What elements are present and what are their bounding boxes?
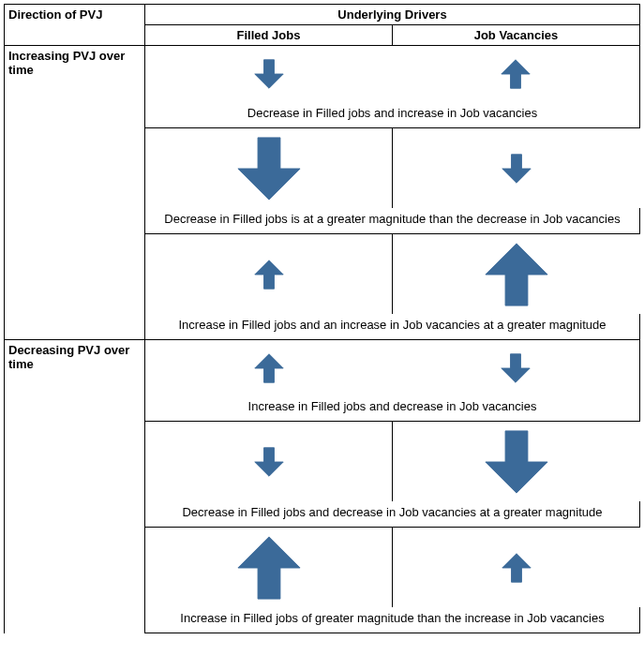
direction-decreasing: Decreasing PVJ over time bbox=[5, 339, 145, 633]
arrow-up-icon bbox=[236, 535, 302, 601]
arrow-down-icon bbox=[500, 352, 532, 384]
filled-arrow-cell bbox=[145, 46, 393, 102]
filled-arrow-cell bbox=[145, 528, 393, 608]
header-underlying: Underlying Drivers bbox=[145, 5, 640, 25]
arrow-up-icon bbox=[500, 58, 532, 90]
arrow-up-icon bbox=[484, 242, 549, 307]
header-vacancies: Job Vacancies bbox=[393, 25, 640, 46]
scenario-caption: Increase in Filled jobs and decrease in … bbox=[145, 395, 640, 422]
filled-arrow-cell bbox=[145, 422, 393, 502]
scenario-caption: Increase in Filled jobs and an increase … bbox=[145, 314, 640, 340]
filled-arrow-cell bbox=[145, 233, 393, 314]
scenario-caption: Decrease in Filled jobs and increase in … bbox=[145, 102, 640, 128]
scenario-caption: Decrease in Filled jobs is at a greater … bbox=[145, 208, 640, 234]
pvj-drivers-table: Direction of PVJ Underlying Drivers Fill… bbox=[4, 4, 640, 633]
arrow-down-icon bbox=[484, 429, 549, 495]
filled-arrow-cell bbox=[145, 127, 393, 208]
vacancies-arrow-cell bbox=[393, 339, 640, 395]
scenario-caption: Decrease in Filled jobs and decrease in … bbox=[145, 501, 640, 528]
arrow-down-icon bbox=[253, 58, 285, 90]
arrow-up-icon bbox=[253, 352, 285, 384]
vacancies-arrow-cell bbox=[393, 46, 640, 102]
header-direction: Direction of PVJ bbox=[5, 5, 145, 46]
arrow-down-icon bbox=[253, 446, 285, 478]
arrow-down-icon bbox=[501, 153, 532, 185]
vacancies-arrow-cell bbox=[393, 528, 640, 608]
direction-increasing: Increasing PVJ over time bbox=[5, 46, 145, 340]
scenario-caption: Increase in Filled jobs of greater magni… bbox=[145, 607, 640, 633]
arrow-down-icon bbox=[236, 136, 302, 201]
filled-arrow-cell bbox=[145, 339, 393, 395]
vacancies-arrow-cell bbox=[393, 127, 640, 208]
arrow-up-icon bbox=[253, 259, 285, 290]
vacancies-arrow-cell bbox=[393, 422, 640, 502]
header-filled: Filled Jobs bbox=[145, 25, 393, 46]
arrow-up-icon bbox=[501, 552, 532, 584]
vacancies-arrow-cell bbox=[393, 233, 640, 314]
